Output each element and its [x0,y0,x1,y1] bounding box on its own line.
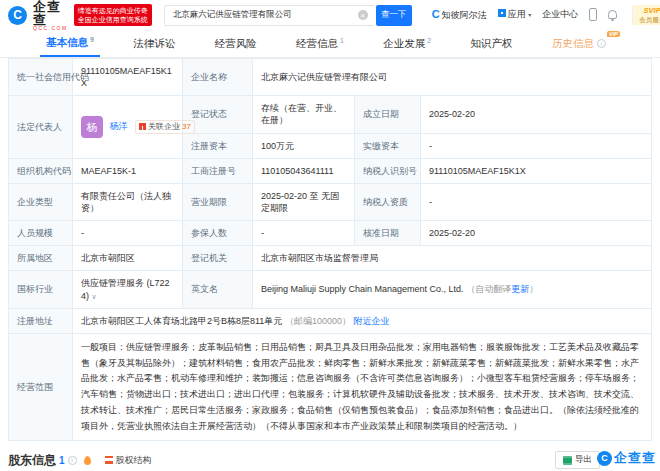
qcc-logo-icon[interactable]: C [8,6,27,25]
business-scope-value: 一般项目：供应链管理服务；皮革制品销售；日用品销售；厨具卫具及日用杂品批发；家用… [73,333,652,441]
address-zip: （邮编100000） [285,316,351,326]
taxpayer-id-label: 纳税人识别号 [355,158,421,183]
english-name-text: Beijing Maliuji Supply Chain Management … [261,284,464,294]
english-name-value: Beijing Maliuji Supply Chain Management … [253,271,652,308]
legal-rep-cell: 杨 杨洋 关联企业 37 [73,96,183,158]
business-scope-label: 经营范围 [9,333,73,441]
address-label: 注册地址 [9,308,73,333]
table-row: 所属地区 北京市朝阳区 登记机关 北京市朝阳区市场监督管理局 [9,246,652,271]
tab-intellectual-property[interactable]: 知识产权 [465,30,519,57]
qcc-logo-text[interactable]: 企查查 QCC.COM [33,0,68,31]
nav-zhibi-alpha[interactable]: C知彼阿尔法 [432,8,487,22]
tab-count: 2 [427,37,431,44]
reg-status-value: 存续（在营、开业、在册） [253,96,355,133]
company-name-value: 北京麻六记供应链管理有限公司 [253,59,652,96]
english-note: （自动翻译 [466,284,511,294]
search-input[interactable] [164,5,374,26]
related-companies-label: 关联企业 [148,122,180,133]
staff-size-label: 人员规模 [9,221,73,246]
related-companies-link[interactable]: 关联企业 37 [135,120,195,135]
reg-authority-label: 登记机关 [183,246,253,271]
nav-apps[interactable]: 应用 ▾ [498,8,532,21]
tab-operating-risk[interactable]: 经营风险 [209,30,263,57]
reg-authority-value: 北京市朝阳区市场监督管理局 [253,246,652,271]
tab-label: 企业发展 [383,37,425,51]
paid-capital-value: - [421,133,652,158]
clear-icon[interactable]: ✕ [358,10,368,20]
tab-enterprise-development[interactable]: 企业发展 2 [377,30,437,57]
tab-operating-info[interactable]: 经营信息 1 [290,30,350,57]
slogan-line1: 缔造有远见的商业传奇 [78,6,148,15]
table-row: 统一社会信用代码 91110105MAEAF15K1X 企业名称 北京麻六记供应… [9,59,652,96]
insured-value: - [253,221,355,246]
table-row: 经营范围 一般项目：供应链管理服务；皮革制品销售；日用品销售；厨具卫具及日用杂品… [9,333,652,441]
tab-label: 经营风险 [215,37,257,51]
company-name-label: 企业名称 [183,59,253,96]
business-reg-no-value: 110105043641111 [253,158,355,183]
top-bar: C 企查查 QCC.COM 缔造有远见的商业传奇 全国企业信用查询系统 ✕ 查一… [0,0,660,30]
vip-badge: VIP [607,31,620,37]
chevron-down-icon: ▾ [528,12,531,18]
info-icon[interactable]: i [68,456,77,465]
basic-info-table: 统一社会信用代码 91110105MAEAF15K1X 企业名称 北京麻六记供应… [8,58,652,441]
business-term-value: 2025-02-20 至 无固定期限 [253,183,355,220]
tab-count: 9 [90,36,94,43]
tab-history-info[interactable]: 历史信息 VIP i [546,30,612,57]
legal-rep-avatar[interactable]: 杨 [81,116,103,138]
industry-label: 国标行业 [9,271,73,308]
tab-count: 1 [340,37,344,44]
clear-glyph: ✕ [360,12,365,19]
business-term-label: 营业期限 [183,183,253,220]
org-code-label: 组织机构代码 [9,158,73,183]
shareholders-header: 股东信息 1 i 股权结构 导出 C 企查查 [8,451,652,469]
search-area: ✕ 查一下 [164,5,412,26]
industry-value: 供应链管理服务 (L7224) ∨ [73,271,183,308]
legal-rep-link[interactable]: 杨洋 [110,121,128,131]
mobile-icon[interactable] [589,8,597,21]
chevron-down-icon[interactable]: ∨ [92,293,97,300]
table-row: 人员规模 - 参保人数 - 核准日期 2025-02-20 [9,221,652,246]
info-glyph: i [601,41,602,47]
equity-structure-link[interactable]: 股权结构 [105,454,152,467]
insured-label: 参保人数 [183,221,253,246]
nav-apps-label: 应用 [508,9,526,19]
apps-grid-icon [498,9,506,17]
slogan-badge: 缔造有远见的商业传奇 全国企业信用查询系统 [74,4,152,26]
svip-label: SVIP [639,7,660,15]
nav-enterprise-center[interactable]: 企业中心 [542,8,578,21]
info-icon: i [597,39,606,48]
alpha-icon: C [432,8,440,20]
table-row: 组织机构代码 MAEAF15K-1 工商注册号 110105043641111 … [9,158,652,183]
english-update-link[interactable]: 更新 [511,284,529,294]
reg-capital-label: 注册资本 [183,133,253,158]
taxpayer-quality-label: 纳税人资质 [355,183,421,220]
search-button[interactable]: 查一下 [376,5,412,26]
svip-badge[interactable]: SVIP 会员服务 [632,5,660,24]
table-row: 国标行业 供应链管理服务 (L7224) ∨ 英文名 Beijing Maliu… [9,271,652,308]
org-code-value: MAEAF15K-1 [73,158,183,183]
establish-date-label: 成立日期 [355,96,421,133]
export-button[interactable]: 导出 [555,451,600,469]
shareholders-count: 1 [59,455,65,466]
hot-flame-icon [84,456,91,465]
tab-legal-litigation[interactable]: 法律诉讼 [127,30,181,57]
table-row: 法定代表人 杨 杨洋 关联企业 37 登记状态 存续（在营、开业、在册） 成立日… [9,96,652,133]
equity-structure-label: 股权结构 [116,454,152,467]
bell-icon[interactable] [608,10,617,19]
tab-basic-info[interactable]: 基本信息 9 [40,30,100,57]
tab-label: 知识产权 [471,37,513,51]
qcc-watermark-text: 企查查 [614,449,656,467]
approval-date-value: 2025-02-20 [421,221,652,246]
credit-code-label: 统一社会信用代码 [9,59,73,96]
nearby-companies-link[interactable]: 附近企业 [353,316,389,326]
credit-code-value: 91110105MAEAF15K1X [73,59,183,96]
org-grid-icon [139,123,146,130]
taxpayer-quality-value: - [421,183,652,220]
export-label: 导出 [575,454,592,466]
top-nav: C知彼阿尔法 应用 ▾ 企业中心 SVIP 会员服务 [432,5,660,24]
qcc-watermark: C 企查查 [597,449,656,467]
address-text: 北京市朝阳区工人体育场北路甲2号B栋8层811单元 [81,316,282,326]
excel-icon [563,456,572,465]
tab-label: 法律诉讼 [133,37,175,51]
shareholders-title: 股东信息 [8,452,56,469]
